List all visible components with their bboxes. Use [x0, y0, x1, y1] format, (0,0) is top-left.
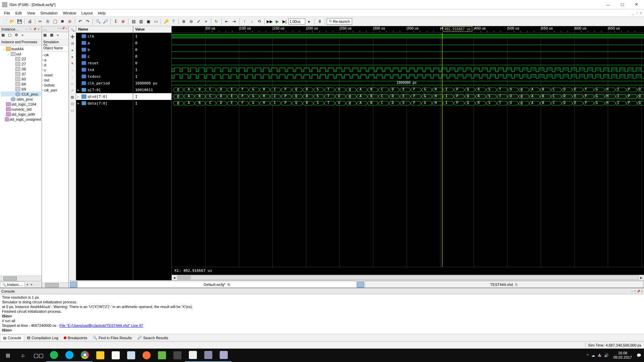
wave-hscroll[interactable]: ◂ ▸	[172, 275, 644, 280]
task-firefox[interactable]	[139, 349, 154, 362]
tree-item[interactable]: std_logic_1164	[1, 102, 41, 107]
tray-network-icon[interactable]: 🖧	[598, 353, 601, 357]
console-tab-find[interactable]: 🔍 Find in Files Results	[90, 335, 135, 341]
tree-item[interactable]: :68	[1, 81, 41, 86]
menu-simulation[interactable]: Simulation	[38, 10, 60, 16]
collapse-all-button[interactable]: ▢	[8, 33, 14, 39]
mdi-restore-icon[interactable]: ▫	[635, 11, 639, 15]
signal-name-row[interactable]: a	[76, 40, 133, 46]
print-button[interactable]: 🖨	[26, 18, 33, 25]
tree-item[interactable]: :22	[1, 56, 41, 61]
tab-scroll-left[interactable]: ◂	[25, 282, 30, 287]
maximize-button[interactable]: ▢	[616, 1, 628, 8]
obj-more[interactable]: »	[57, 33, 63, 39]
menu-layout[interactable]: Layout	[79, 10, 95, 16]
task-explorer[interactable]	[93, 349, 108, 362]
side-snap-icon[interactable]: ⊡	[69, 101, 75, 107]
obj-btn1[interactable]: ▦	[43, 33, 49, 39]
signal-name-row[interactable]: c	[76, 53, 133, 60]
zoom-cursor-button[interactable]: ⌖	[203, 18, 209, 25]
obj-btn2[interactable]: ▩	[50, 33, 56, 39]
pane-float-icon[interactable]: ↔	[25, 27, 28, 31]
side-marker-icon[interactable]: ✎	[69, 60, 75, 66]
console-tab-breakpoints[interactable]: Breakpoints	[61, 335, 90, 341]
time-ruler[interactable]: |50 us|100 us|150 us|200 us|250 us|300 u…	[172, 26, 644, 33]
step-button[interactable]: ▶|	[281, 18, 288, 25]
signal-name-row[interactable]: ▸data[7:0]	[76, 100, 133, 107]
find2-button[interactable]: 🔎	[102, 18, 109, 25]
task-spotify[interactable]	[46, 349, 62, 362]
file-tab-vhd[interactable]: TEST444.vhd⊠	[365, 281, 644, 288]
side-zoom-icon[interactable]: ⤢	[69, 87, 75, 93]
menu-file[interactable]: File	[1, 10, 13, 16]
tree-item[interactable]: :69	[1, 86, 41, 92]
menu-window[interactable]: Window	[60, 10, 79, 16]
signal-name-row[interactable]: clk_period	[76, 80, 133, 86]
signal-name-row[interactable]: clk	[76, 33, 133, 40]
console-tab-console[interactable]: ▤ Console	[0, 335, 24, 341]
task-calc[interactable]	[170, 349, 185, 362]
search-button[interactable]: ⌕	[15, 349, 31, 362]
window-tile-v[interactable]: ▥	[138, 18, 144, 25]
tray-notifications-icon[interactable]: 💬	[637, 353, 641, 358]
more-button[interactable]: »	[21, 33, 28, 39]
console-output[interactable]: Time resolution is 1 psSimulator is doin…	[0, 294, 644, 334]
obj-hscroll[interactable]	[42, 282, 68, 288]
tree-item[interactable]: -test444	[1, 46, 41, 51]
objects-list[interactable]: clkabcresettxdtxdoscclk_peri	[42, 52, 68, 282]
menu-view[interactable]: View	[24, 10, 38, 16]
cursor-next[interactable]: ↓	[249, 18, 255, 25]
signal-name-row[interactable]: txd	[76, 66, 133, 73]
tree-item[interactable]: -uut	[1, 51, 41, 56]
open-button[interactable]: 📂	[9, 18, 15, 25]
object-item[interactable]: clk	[43, 52, 68, 57]
tree-item[interactable]: :36	[1, 66, 41, 71]
zoom-fit-button[interactable]: ⤢	[195, 18, 202, 25]
window-tile-h[interactable]: ▤	[130, 18, 137, 25]
tree-item[interactable]: :27	[1, 61, 41, 66]
signal-name-row[interactable]: b	[76, 46, 133, 53]
side-up-icon[interactable]: ↑	[69, 67, 75, 73]
undo-button[interactable]: ↶	[77, 18, 84, 25]
menu-edit[interactable]: Edit	[13, 10, 24, 16]
copy-button[interactable]: ⎘	[44, 18, 51, 25]
pause-button[interactable]: ⏸	[316, 18, 323, 25]
tray-volume-icon[interactable]: 🔊	[604, 353, 609, 358]
side-bus-icon[interactable]: ⊞	[69, 40, 75, 46]
task-paint[interactable]	[108, 349, 123, 362]
object-item[interactable]: txd	[43, 77, 68, 82]
side-down-icon[interactable]: ↓	[69, 74, 75, 80]
redo-button[interactable]: ↷	[84, 18, 91, 25]
start-button[interactable]: ⊞	[0, 349, 15, 362]
side-ruler-icon[interactable]: ↔	[69, 80, 75, 86]
save-button[interactable]: 💾	[16, 18, 23, 25]
console-file-link[interactable]: File "E:/Users/uartByJackob/TEST444.vhd"…	[59, 323, 143, 327]
mdi-minimize-icon[interactable]: _	[631, 11, 635, 15]
signal-name-row[interactable]: txdosc	[76, 73, 133, 80]
tree-item[interactable]: :37	[1, 71, 41, 76]
window-tab[interactable]: ▭	[152, 18, 159, 25]
tree-item[interactable]: :60	[1, 76, 41, 81]
file-tab-wcfg[interactable]: Default.wcfg*⊠	[77, 281, 357, 288]
task-isim[interactable]	[201, 349, 216, 362]
task-chrome[interactable]	[77, 349, 93, 362]
tree-hscroll[interactable]	[0, 276, 42, 281]
mdi-close-icon[interactable]: ×	[639, 11, 643, 15]
relaunch-button[interactable]: ↻ Re-launch	[327, 18, 352, 25]
run-time-input[interactable]	[288, 18, 305, 24]
object-item[interactable]: clk_peri	[43, 87, 68, 93]
tray-cloud-icon[interactable]: ☁	[591, 353, 595, 358]
marker-prev[interactable]: ⇤	[223, 18, 230, 25]
vhd-file-icon[interactable]	[357, 282, 364, 288]
task-notepad[interactable]	[123, 349, 139, 362]
cancel-button[interactable]: ⊘	[66, 18, 73, 25]
close-tab-icon[interactable]: ⊠	[227, 283, 230, 286]
taskview-button[interactable]: ▢▢	[31, 349, 46, 362]
find-button[interactable]: 🔍	[95, 18, 101, 25]
goto-button[interactable]: ↧	[112, 18, 119, 25]
menu-help[interactable]: Help	[95, 10, 108, 16]
expand-all-button[interactable]: ▦	[1, 33, 7, 39]
marker-next[interactable]: ⇥	[231, 18, 237, 25]
run-for-button[interactable]: ▸	[306, 18, 313, 25]
object-item[interactable]: txdosc	[43, 82, 68, 87]
